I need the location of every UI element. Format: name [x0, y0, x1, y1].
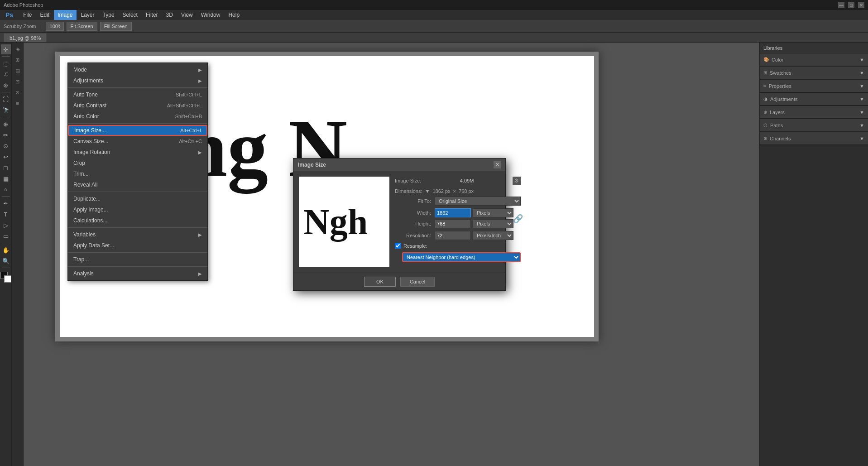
resample-select[interactable]: Nearest Neighbor (hard edges) — [402, 252, 521, 262]
heal-tool[interactable]: ⊕ — [1, 119, 11, 129]
menu-select[interactable]: Select — [119, 10, 141, 20]
ok-button[interactable]: OK — [364, 277, 396, 287]
crop-tool[interactable]: ⛶ — [1, 94, 11, 104]
panel2-btn3[interactable]: ▤ — [13, 66, 22, 75]
panel2-btn1[interactable]: ◈ — [13, 44, 22, 53]
menu-image-size[interactable]: Image Size... Alt+Ctrl+I — [68, 125, 207, 136]
maximize-button[interactable]: □ — [848, 2, 854, 8]
menu-3d[interactable]: 3D — [163, 10, 177, 20]
color-panel-header[interactable]: 🎨 Color ▼ — [760, 53, 868, 66]
dialog-preview: Ngh — [299, 177, 389, 267]
width-input[interactable] — [435, 208, 471, 217]
dialog-close-button[interactable]: ✕ — [494, 161, 501, 168]
menu-view[interactable]: View — [177, 10, 197, 20]
menu-filter[interactable]: Filter — [142, 10, 162, 20]
menu-apply-data-set[interactable]: Apply Data Set... — [68, 240, 207, 251]
marquee-tool[interactable]: ⬚ — [1, 58, 11, 68]
zoom-tool[interactable]: 🔍 — [1, 256, 11, 266]
pen-tool[interactable]: ✒ — [1, 198, 11, 208]
panel2-btn2[interactable]: ⊞ — [13, 55, 22, 64]
panel2-btn5[interactable]: ⊙ — [13, 88, 22, 97]
menu-type[interactable]: Type — [99, 10, 118, 20]
menu-section-6: Trap... — [68, 253, 207, 267]
layers-panel-header[interactable]: ⊕ Layers ▼ — [760, 106, 868, 119]
width-label: Width: — [395, 210, 431, 216]
width-unit-select[interactable]: Pixels — [473, 208, 513, 217]
move-tool[interactable]: ✛ — [1, 44, 11, 54]
minimize-button[interactable]: — — [838, 2, 844, 8]
height-input[interactable] — [435, 219, 471, 228]
menu-section-4: Duplicate... Apply Image... Calculations… — [68, 192, 207, 228]
gradient-tool[interactable]: ▦ — [1, 173, 11, 183]
menu-variables[interactable]: Variables ▶ — [68, 229, 207, 240]
menu-auto-color[interactable]: Auto Color Shift+Ctrl+B — [68, 111, 207, 122]
menu-trap[interactable]: Trap... — [68, 254, 207, 265]
menu-trim[interactable]: Trim... — [68, 168, 207, 179]
libraries-label: Libraries — [763, 45, 782, 51]
menu-canvas-size[interactable]: Canvas Size... Alt+Ctrl+C — [68, 136, 207, 147]
quick-select-tool[interactable]: ⊛ — [1, 80, 11, 90]
fit-screen-button[interactable]: Fit Screen — [67, 22, 97, 31]
menu-duplicate[interactable]: Duplicate... — [68, 193, 207, 204]
gear-button[interactable]: ⚙ — [513, 177, 521, 185]
menu-help[interactable]: Help — [225, 10, 243, 20]
lasso-tool[interactable]: 𝓛 — [1, 69, 11, 79]
menu-edit[interactable]: Edit — [36, 10, 53, 20]
clone-tool[interactable]: ⊙ — [1, 141, 11, 151]
left-panel2: ◈ ⊞ ▤ ⊡ ⊙ ≡ — [12, 43, 24, 466]
tool-separator — [2, 56, 10, 57]
adjustments-panel-header[interactable]: ◑ Adjustments ▼ — [760, 93, 868, 106]
resample-checkbox[interactable] — [395, 243, 401, 249]
cancel-button[interactable]: Cancel — [400, 277, 435, 287]
image-size-info-row: Image Size: 4.09M ⚙ — [395, 177, 521, 185]
brush-tool[interactable]: ✏ — [1, 130, 11, 140]
swatches-panel-header[interactable]: ⊞ Swatches ▼ — [760, 67, 868, 79]
resample-select-row: Nearest Neighbor (hard edges) — [402, 252, 521, 262]
panel2-btn6[interactable]: ≡ — [13, 99, 22, 108]
menu-analysis[interactable]: Analysis ▶ — [68, 268, 207, 279]
menu-mode[interactable]: Mode ▶ — [68, 64, 207, 75]
tool-separator2 — [2, 92, 10, 92]
path-tool[interactable]: ▷ — [1, 220, 11, 230]
image-size-label: Image Size: — [395, 178, 421, 183]
canvas-tab[interactable]: b1.jpg @ 98% — [4, 33, 47, 42]
channels-panel-section: ⊛ Channels ▼ — [760, 132, 868, 145]
close-button[interactable]: ✕ — [858, 2, 864, 8]
paths-collapse-icon: ▼ — [859, 123, 864, 128]
properties-panel-header[interactable]: ≡ Properties ▼ — [760, 80, 868, 92]
history-tool[interactable]: ↩ — [1, 152, 11, 162]
menu-window[interactable]: Window — [197, 10, 224, 20]
dodge-tool[interactable]: ○ — [1, 184, 11, 194]
height-unit-select[interactable]: Pixels — [473, 219, 513, 228]
panel2-btn4[interactable]: ⊡ — [13, 77, 22, 86]
menu-reveal-all[interactable]: Reveal All — [68, 179, 207, 190]
menu-auto-tone[interactable]: Auto Tone Shift+Ctrl+L — [68, 89, 207, 100]
menu-calculations[interactable]: Calculations... — [68, 215, 207, 226]
background-color[interactable] — [4, 275, 11, 283]
text-tool[interactable]: T — [1, 209, 11, 219]
menu-crop[interactable]: Crop — [68, 158, 207, 168]
zoom-input[interactable] — [46, 22, 64, 31]
paths-panel-header[interactable]: ⬡ Paths ▼ — [760, 119, 868, 132]
properties-collapse-icon: ▼ — [859, 83, 864, 89]
menu-image-rotation[interactable]: Image Rotation ▶ — [68, 147, 207, 158]
menu-layer[interactable]: Layer — [77, 10, 98, 20]
shape-tool[interactable]: ▭ — [1, 231, 11, 241]
menu-apply-image[interactable]: Apply Image... — [68, 204, 207, 215]
eraser-tool[interactable]: ◻ — [1, 163, 11, 173]
menu-image[interactable]: Image — [54, 10, 76, 20]
tool-separator5 — [2, 243, 10, 243]
properties-panel-section: ≡ Properties ▼ — [760, 80, 868, 93]
channels-panel-header[interactable]: ⊛ Channels ▼ — [760, 132, 868, 145]
hand-tool[interactable]: ✋ — [1, 245, 11, 255]
menu-adjustments[interactable]: Adjustments ▶ — [68, 75, 207, 86]
menu-file[interactable]: File — [19, 10, 35, 20]
fg-bg-colors[interactable] — [0, 272, 11, 283]
menu-auto-contrast[interactable]: Auto Contrast Alt+Shift+Ctrl+L — [68, 100, 207, 111]
resolution-unit-select[interactable]: Pixels/Inch — [473, 231, 513, 240]
width-row: Width: Pixels — [395, 208, 513, 217]
eyedropper-tool[interactable]: 🔭 — [1, 105, 11, 115]
fill-screen-button[interactable]: Fill Screen — [100, 22, 132, 31]
resolution-input[interactable] — [435, 231, 471, 240]
fit-to-select[interactable]: Original Size — [435, 197, 521, 206]
